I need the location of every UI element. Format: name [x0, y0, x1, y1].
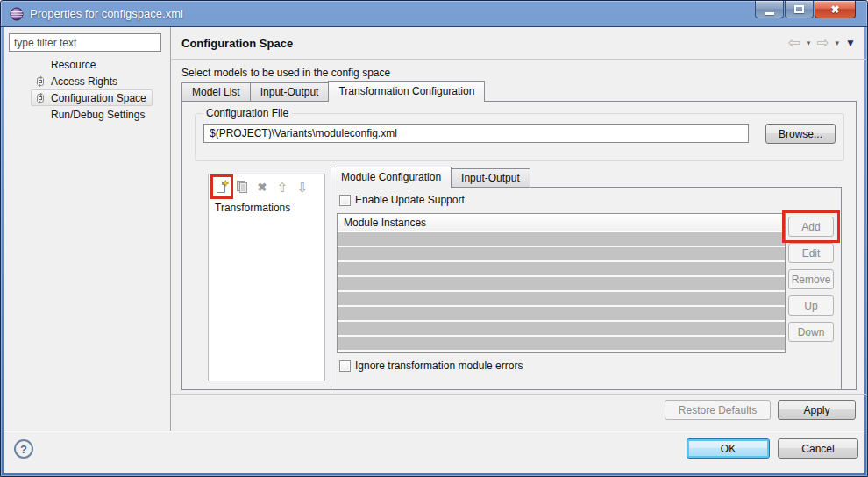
- properties-dialog: Properties for configspace.xml ✖ Resourc…: [0, 0, 868, 477]
- cancel-button[interactable]: Cancel: [778, 438, 858, 459]
- copy-transformation-icon[interactable]: [235, 180, 249, 194]
- page-navigation: ⇦ ▾ ⇨ ▾ ▼: [788, 35, 856, 50]
- enable-update-support-checkbox[interactable]: [339, 195, 351, 206]
- header-separator: [171, 59, 866, 60]
- minimize-icon: [765, 12, 774, 15]
- maximize-icon: [794, 5, 804, 13]
- move-down-icon[interactable]: ⇩: [295, 180, 309, 194]
- maximize-button[interactable]: [785, 1, 814, 18]
- tab-input-output[interactable]: Input-Output: [250, 82, 330, 102]
- close-icon: ✖: [830, 4, 839, 15]
- add-button[interactable]: Add: [788, 217, 834, 237]
- filter-input[interactable]: [9, 33, 161, 52]
- help-button[interactable]: ?: [14, 439, 33, 459]
- question-mark-icon: ?: [20, 443, 27, 456]
- ignore-errors-row: Ignore transformation module errors: [339, 360, 523, 372]
- ignore-errors-label: Ignore transformation module errors: [355, 360, 523, 372]
- page-description: Select models to be used in the config s…: [181, 67, 390, 79]
- window-controls: ✖: [755, 1, 856, 18]
- apply-separator: [171, 394, 866, 395]
- configuration-file-group: Configuration File Browse...: [195, 107, 844, 161]
- up-button[interactable]: Up: [788, 295, 834, 316]
- move-up-icon[interactable]: ⇧: [275, 180, 289, 194]
- view-menu-icon[interactable]: ▼: [845, 37, 856, 49]
- configuration-file-input[interactable]: [203, 124, 749, 143]
- ignore-errors-checkbox[interactable]: [339, 360, 351, 372]
- footer-separator: [4, 431, 864, 431]
- back-history-caret-icon[interactable]: ▾: [807, 39, 811, 47]
- module-instances-table: Module Instances: [337, 213, 786, 353]
- delete-transformation-icon[interactable]: ✖: [255, 180, 269, 194]
- remove-button[interactable]: Remove: [788, 269, 834, 289]
- minimize-button[interactable]: [755, 1, 784, 18]
- new-transformation-icon[interactable]: [215, 180, 229, 194]
- restore-defaults-button[interactable]: Restore Defaults: [665, 400, 771, 420]
- enable-update-support-label: Enable Update Support: [355, 194, 465, 206]
- tab-module-configuration[interactable]: Module Configuration: [331, 167, 452, 188]
- forward-icon[interactable]: ⇨: [816, 35, 829, 50]
- transformations-panel[interactable]: ✖ ⇧ ⇩ Transformations: [208, 174, 325, 381]
- tree-item-access-rights[interactable]: Access Rights: [31, 73, 124, 89]
- tab-module-input-output[interactable]: Input-Output: [451, 168, 530, 188]
- transformations-toolbar: ✖ ⇧ ⇩: [215, 179, 309, 195]
- back-icon[interactable]: ⇦: [788, 35, 800, 50]
- tab-transformation-configuration[interactable]: Transformation Configuration: [328, 81, 485, 102]
- transformation-configuration-panel: Configuration File Browse...: [181, 101, 857, 390]
- tree-item-resource[interactable]: Resource: [31, 56, 102, 73]
- title-bar[interactable]: Properties for configspace.xml: [1, 1, 867, 27]
- config-space-tabs: Model List Input-Output Transformation C…: [181, 81, 484, 102]
- tree-item-label: Access Rights: [51, 75, 117, 88]
- eclipse-app-icon: [10, 7, 24, 21]
- enable-update-support-row: Enable Update Support: [339, 194, 465, 206]
- tree-item-label: Configuration Space: [51, 92, 146, 104]
- browse-button[interactable]: Browse...: [765, 124, 836, 144]
- tree-item-label: Run/Debug Settings: [51, 109, 145, 121]
- module-instances-table-body[interactable]: [338, 232, 785, 352]
- preference-page-icon: [33, 91, 47, 104]
- ok-button[interactable]: OK: [687, 438, 770, 459]
- edit-button[interactable]: Edit: [788, 243, 834, 263]
- dialog-body: Resource Access Rights: [4, 27, 864, 473]
- window-title: Properties for configspace.xml: [30, 7, 183, 20]
- transformations-label: Transformations: [215, 202, 290, 214]
- preference-page: Configuration Space ⇦ ▾ ⇨ ▾ ▼ Select mod…: [171, 27, 866, 431]
- preference-page-icon: [33, 75, 47, 88]
- tree-item-run-debug-settings[interactable]: Run/Debug Settings: [31, 106, 151, 123]
- close-button[interactable]: ✖: [815, 1, 856, 18]
- page-title: Configuration Space: [181, 37, 293, 50]
- tab-model-list[interactable]: Model List: [181, 82, 251, 102]
- module-instances-column-header[interactable]: Module Instances: [338, 214, 785, 231]
- tree-item-label: Resource: [51, 59, 96, 71]
- tree-item-configuration-space[interactable]: Configuration Space: [31, 89, 153, 106]
- forward-history-caret-icon[interactable]: ▾: [836, 39, 840, 47]
- module-tabs: Module Configuration Input-Output: [331, 167, 530, 188]
- configuration-file-legend: Configuration File: [203, 107, 292, 119]
- down-button[interactable]: Down: [788, 322, 834, 342]
- apply-button[interactable]: Apply: [778, 400, 856, 420]
- module-configuration-panel: Enable Update Support Module Instances A…: [331, 187, 842, 390]
